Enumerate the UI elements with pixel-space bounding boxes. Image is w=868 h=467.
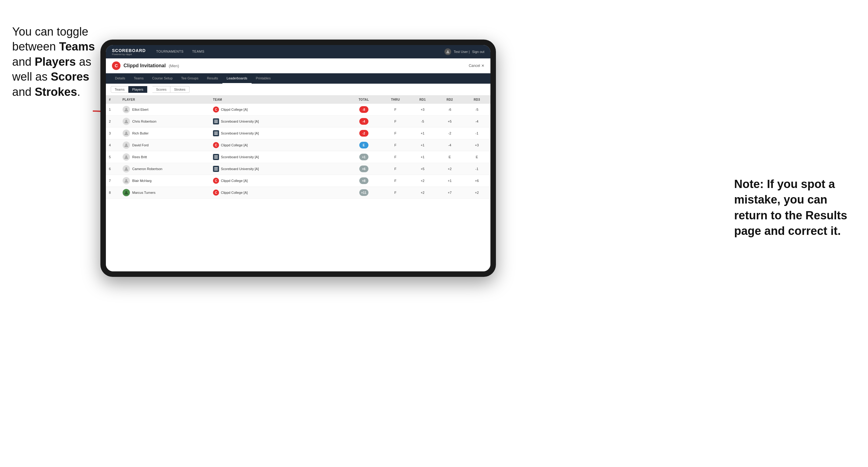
cell-total: +6 bbox=[346, 163, 382, 175]
cell-thru: F bbox=[382, 104, 409, 116]
table-row: 6 Cameron RobertsonScoreboard University… bbox=[106, 163, 490, 175]
app-header: SCOREBOARD Powered by clippd TOURNAMENTS… bbox=[106, 45, 490, 58]
cell-rd2: +7 bbox=[436, 187, 463, 199]
tab-tee-groups[interactable]: Tee Groups bbox=[177, 73, 203, 84]
cell-rd3: +2 bbox=[463, 187, 490, 199]
sub-tab-scores[interactable]: Scores bbox=[152, 86, 170, 93]
cancel-button[interactable]: Cancel ✕ bbox=[469, 64, 484, 68]
tournament-name: Clippd Invitational bbox=[124, 63, 166, 68]
cell-team: Scoreboard University [A] bbox=[210, 163, 346, 175]
sub-tab-players[interactable]: Players bbox=[128, 86, 147, 93]
cell-player: Elliot Ebert bbox=[120, 104, 210, 116]
user-label: Test User | bbox=[454, 50, 469, 54]
cell-rd2: +1 bbox=[436, 175, 463, 187]
scoreboard-logo: SCOREBOARD Powered by clippd bbox=[112, 48, 146, 56]
cell-rd2: -2 bbox=[436, 127, 463, 139]
cell-thru: F bbox=[382, 175, 409, 187]
cell-thru: F bbox=[382, 116, 409, 127]
sub-tab-strokes[interactable]: Strokes bbox=[170, 86, 189, 93]
tablet-screen: SCOREBOARD Powered by clippd TOURNAMENTS… bbox=[106, 45, 490, 271]
cell-team: CClippd College [A] bbox=[210, 175, 346, 187]
leaderboard-table: # PLAYER TEAM TOTAL THRU RD1 RD2 RD3 1 E… bbox=[106, 96, 490, 271]
tournament-header: C Clippd Invitational (Men) Cancel ✕ bbox=[106, 58, 490, 73]
cell-rd2: +2 bbox=[436, 163, 463, 175]
cell-thru: F bbox=[382, 151, 409, 163]
cell-team: CClippd College [A] bbox=[210, 104, 346, 116]
cell-total: +8 bbox=[346, 175, 382, 187]
tab-course-setup[interactable]: Course Setup bbox=[148, 73, 177, 84]
cell-rd1: +3 bbox=[409, 104, 436, 116]
right-annotation: Note: If you spot a mistake, you can ret… bbox=[734, 177, 856, 239]
cell-player: Marcus Turners bbox=[120, 187, 210, 199]
cell-total: -8 bbox=[346, 104, 382, 116]
cell-thru: F bbox=[382, 163, 409, 175]
tab-details[interactable]: Details bbox=[111, 73, 130, 84]
cell-rank: 8 bbox=[106, 187, 120, 199]
header-right: Test User | Sign out bbox=[444, 49, 484, 55]
cell-rank: 2 bbox=[106, 116, 120, 127]
cell-thru: F bbox=[382, 139, 409, 151]
col-team: TEAM bbox=[210, 96, 346, 104]
cell-player: Chris Robertson bbox=[120, 116, 210, 127]
cell-total: -2 bbox=[346, 127, 382, 139]
cell-rd1: +1 bbox=[409, 151, 436, 163]
cell-rank: 5 bbox=[106, 151, 120, 163]
cell-rd2: E bbox=[436, 151, 463, 163]
col-rd1: RD1 bbox=[409, 96, 436, 104]
col-thru: THRU bbox=[382, 96, 409, 104]
logo-subtitle: Powered by clippd bbox=[112, 53, 146, 56]
table-row: 3 Rich ButlerScoreboard University [A]-2… bbox=[106, 127, 490, 139]
cell-player: Rees Britt bbox=[120, 151, 210, 163]
cell-rd3: -4 bbox=[463, 116, 490, 127]
tournament-gender: (Men) bbox=[169, 64, 179, 68]
cell-rank: 4 bbox=[106, 139, 120, 151]
cell-rd2: +5 bbox=[436, 116, 463, 127]
cell-rd1: +2 bbox=[409, 187, 436, 199]
sign-out-link[interactable]: Sign out bbox=[472, 50, 484, 54]
cell-team: Scoreboard University [A] bbox=[210, 127, 346, 139]
cell-total: -4 bbox=[346, 116, 382, 127]
cell-rd3: +3 bbox=[463, 139, 490, 151]
cell-player: Blair McHarg bbox=[120, 175, 210, 187]
cell-team: CClippd College [A] bbox=[210, 187, 346, 199]
cell-rd3: +6 bbox=[463, 175, 490, 187]
cell-team: Scoreboard University [A] bbox=[210, 151, 346, 163]
tab-leaderboards[interactable]: Leaderboards bbox=[222, 73, 252, 84]
cell-thru: F bbox=[382, 127, 409, 139]
cell-player: David Ford bbox=[120, 139, 210, 151]
tab-teams[interactable]: Teams bbox=[130, 73, 148, 84]
cell-thru: F bbox=[382, 187, 409, 199]
cell-rd2: -6 bbox=[436, 104, 463, 116]
col-rank: # bbox=[106, 96, 120, 104]
cell-rd1: +1 bbox=[409, 139, 436, 151]
table-row: 8 Marcus TurnersCClippd College [A]+11F+… bbox=[106, 187, 490, 199]
col-total: TOTAL bbox=[346, 96, 382, 104]
nav-teams[interactable]: TEAMS bbox=[188, 45, 208, 58]
cell-rd1: +2 bbox=[409, 175, 436, 187]
tab-navigation: Details Teams Course Setup Tee Groups Re… bbox=[106, 73, 490, 84]
table-row: 4 David FordCClippd College [A]EF+1-4+3 bbox=[106, 139, 490, 151]
main-nav: TOURNAMENTS TEAMS bbox=[152, 45, 444, 58]
cell-rd3: -1 bbox=[463, 127, 490, 139]
sub-tab-teams[interactable]: Teams bbox=[111, 86, 128, 93]
cell-team: Scoreboard University [A] bbox=[210, 116, 346, 127]
tab-printables[interactable]: Printables bbox=[252, 73, 275, 84]
nav-tournaments[interactable]: TOURNAMENTS bbox=[152, 45, 188, 58]
cell-total: +11 bbox=[346, 187, 382, 199]
cell-rd3: -5 bbox=[463, 104, 490, 116]
cell-player: Rich Butler bbox=[120, 127, 210, 139]
cell-rank: 3 bbox=[106, 127, 120, 139]
table-row: 2 Chris RobertsonScoreboard University [… bbox=[106, 116, 490, 127]
logo-title: SCOREBOARD bbox=[112, 48, 146, 53]
table-row: 5 Rees BrittScoreboard University [A]+1F… bbox=[106, 151, 490, 163]
cell-total: E bbox=[346, 139, 382, 151]
cell-rd1: +1 bbox=[409, 127, 436, 139]
cell-total: +1 bbox=[346, 151, 382, 163]
sub-tabs: Teams Players Scores Strokes bbox=[106, 84, 490, 96]
tab-results[interactable]: Results bbox=[203, 73, 222, 84]
user-avatar bbox=[444, 49, 451, 55]
cell-rd2: -4 bbox=[436, 139, 463, 151]
cell-rank: 6 bbox=[106, 163, 120, 175]
cell-rd3: E bbox=[463, 151, 490, 163]
cell-player: Cameron Robertson bbox=[120, 163, 210, 175]
